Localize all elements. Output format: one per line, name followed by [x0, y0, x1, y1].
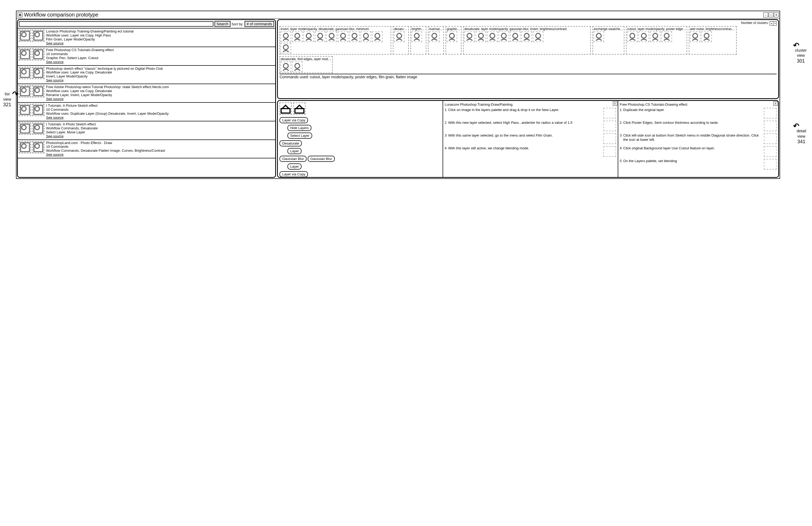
item-line: Workflow uses: Layer via Copy, High Pass [46, 33, 134, 38]
workflow-node[interactable]: Layer [287, 148, 302, 154]
workflow-node[interactable]: Gaussian Blur [308, 156, 335, 162]
cluster-group[interactable]: brightness... [410, 26, 426, 55]
list-item[interactable]: Free Adobe Photoshop latest Tutorial Pho… [18, 84, 275, 103]
thumbnail-icon[interactable] [293, 102, 306, 115]
cluster-thumbnail[interactable] [447, 31, 457, 42]
cluster-thumbnail[interactable] [349, 31, 360, 42]
see-source-link[interactable]: See source [46, 42, 134, 45]
workflow-steps-column: X Free Photoshop CS Tutorials-Drawing ef… [618, 101, 778, 177]
workflow-step: 1Click on image in the layers palette an… [445, 108, 616, 118]
search-input[interactable] [19, 21, 214, 27]
chevron-down-icon[interactable]: ▾ [773, 22, 776, 25]
cluster-thumbnail[interactable] [476, 31, 486, 42]
cluster-thumbnail[interactable] [464, 31, 475, 42]
cluster-thumbnail[interactable] [372, 31, 383, 42]
item-line: Select Layer, Move Layer [46, 130, 98, 134]
workflow-step: 2With this new layer selected, select Hi… [445, 120, 616, 131]
workflow-node[interactable]: Hide Layers [287, 125, 311, 131]
svg-point-5 [21, 51, 26, 55]
workflow-title: Free Photoshop CS Tutorials-Drawing effe… [620, 102, 777, 107]
cluster-thumbnail[interactable] [690, 31, 700, 42]
step-number: 1 [445, 108, 447, 118]
close-icon[interactable]: X [613, 101, 617, 106]
cluster-thumbnail[interactable] [280, 43, 291, 54]
see-source-link[interactable]: See source [46, 134, 98, 139]
cluster-thumbnail[interactable] [487, 31, 498, 42]
list-item[interactable]: t Tutorials: A Photo Sketch effectWorkfl… [18, 122, 275, 140]
cluster-thumbnail[interactable] [661, 31, 672, 42]
workflow-node[interactable]: Desaturate [279, 140, 302, 146]
item-line: Film Grain, Layer Mode/Opacity [46, 38, 134, 42]
cluster-group[interactable]: invert, layer mode/opacity, desaturate, … [279, 26, 391, 55]
step-thumbnail [603, 133, 616, 144]
cluster-group[interactable]: hue/saturate... [428, 26, 444, 55]
cluster-thumbnail[interactable] [394, 31, 405, 42]
cluster-thumbnail[interactable] [280, 31, 291, 42]
cluster-thumbnail[interactable] [650, 31, 661, 42]
list-item[interactable]: Free Photoshop CS Tutorials-Drawing effe… [18, 47, 275, 66]
search-button[interactable]: Search [215, 21, 231, 27]
num-clusters-stepper[interactable]: ▴▾ [770, 21, 777, 26]
cluster-thumbnail[interactable] [701, 31, 712, 42]
cluster-thumbnail[interactable] [510, 31, 521, 42]
cluster-thumbnail[interactable] [533, 31, 543, 42]
close-button[interactable]: X [774, 13, 779, 17]
cluster-group[interactable]: add noise, brightness/contrast, brush to… [689, 26, 737, 55]
list-item[interactable]: PhotoshopLand.com · Photo Effects · Draw… [18, 140, 275, 159]
maximize-button[interactable]: □ [769, 13, 773, 17]
cluster-thumbnail[interactable] [292, 31, 303, 42]
workflow-steps-column: X Lunacore Photoshop Training-Draw/Paint… [443, 101, 618, 177]
item-line: Workflow uses: Layer via Copy, Desaturat… [46, 89, 169, 93]
sort-dropdown[interactable]: # of commands [245, 21, 274, 27]
cluster-thumbnail[interactable] [338, 31, 348, 42]
thumbnail-icon[interactable] [279, 102, 292, 115]
cluster-group[interactable]: desaturate, find edges, layer mode/opaci… [279, 56, 333, 73]
cluster-thumbnail[interactable] [280, 61, 291, 72]
item-line: Invert, Layer Mode/Opacity [46, 74, 163, 79]
cluster-thumbnail[interactable] [627, 31, 638, 42]
workflow-node[interactable]: Select Layer [287, 132, 312, 139]
step-number: 2 [445, 120, 447, 131]
cluster-label: exchange swatches, high... [594, 27, 623, 31]
cluster-thumbnail[interactable] [411, 31, 422, 42]
cluster-group[interactable]: desaturate, layer mode/opacity, gaussian… [463, 26, 591, 55]
svg-point-13 [21, 88, 26, 93]
cluster-group[interactable]: graphic... [446, 26, 462, 55]
cluster-thumbnail[interactable] [429, 31, 440, 42]
list-item[interactable]: Lunacor Photoshop Training-Drawing/Paint… [18, 28, 275, 47]
cluster-thumbnail[interactable] [594, 31, 604, 42]
cluster-thumbnail[interactable] [498, 31, 509, 42]
cluster-thumbnail[interactable] [292, 61, 303, 72]
cluster-thumbnail[interactable] [303, 31, 314, 42]
step-number: 4 [445, 146, 447, 157]
workflow-node[interactable]: Gaussian Blur [279, 156, 307, 162]
workflow-node[interactable]: Layer [287, 164, 302, 170]
see-source-link[interactable]: See source [46, 97, 169, 101]
cluster-group[interactable]: exchange swatches, high... [592, 26, 624, 55]
workflow-node[interactable]: Layer via Copy [279, 171, 308, 177]
chevron-up-icon[interactable]: ▴ [770, 22, 773, 25]
system-menu-icon[interactable]: ▦ [17, 13, 23, 17]
step-text: On the Layers palette, set blending [623, 159, 761, 170]
see-source-link[interactable]: See source [46, 79, 163, 83]
close-icon[interactable]: X [773, 101, 778, 106]
list-item[interactable]: t Tutorials: A Picture Sketch effect10 C… [18, 103, 275, 122]
minimize-button[interactable]: – [763, 13, 768, 17]
item-line: 10 Commands [46, 108, 169, 112]
cluster-group[interactable]: cutout, layer mode/opacity, poster edges… [626, 26, 687, 55]
cluster-thumbnail[interactable] [638, 31, 649, 42]
cluster-thumbnail[interactable] [521, 31, 532, 42]
cluster-thumbnail[interactable] [361, 31, 371, 42]
list-item[interactable]: Photoshop sketch effect "classic" techni… [18, 66, 275, 84]
see-source-link[interactable]: See source [46, 60, 114, 64]
cluster-thumbnail[interactable] [315, 31, 325, 42]
see-source-link[interactable]: See source [46, 116, 169, 120]
workflow-step: 3Click left-side icon at bottom from Ske… [620, 133, 777, 144]
svg-point-43 [479, 33, 483, 38]
workflow-node[interactable]: Layer via Copy [279, 117, 308, 123]
cluster-thumbnail[interactable] [326, 31, 337, 42]
see-source-link[interactable]: See source [46, 153, 165, 157]
cluster-group[interactable]: desaturate... [393, 26, 409, 55]
svg-point-35 [364, 33, 368, 38]
thumbnail-icon [19, 30, 31, 42]
